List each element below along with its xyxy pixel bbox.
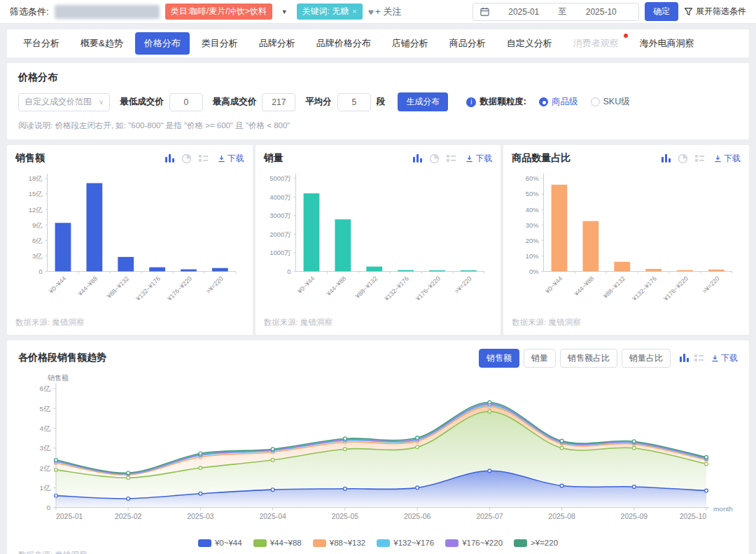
max-price-input[interactable]: [262, 93, 295, 111]
min-price-input[interactable]: [169, 93, 203, 111]
svg-text:¥0~¥44: ¥0~¥44: [295, 275, 316, 296]
metric-toggle-1[interactable]: 销量: [524, 349, 556, 368]
radio-sku-level[interactable]: SKU级: [591, 96, 630, 108]
svg-text:销售额: 销售额: [47, 374, 69, 382]
info-icon[interactable]: i: [466, 97, 476, 107]
legend-item-3[interactable]: ¥132~¥176: [377, 539, 434, 547]
bar-chart-icon[interactable]: [412, 153, 423, 163]
legend-item-5[interactable]: >¥=220: [514, 539, 558, 547]
radio-icon: [591, 97, 600, 106]
bar-chart-icon[interactable]: [679, 353, 690, 363]
price-trend-area-chart: 01亿2亿3亿4亿5亿6亿销售额2025-012025-022025-03202…: [18, 373, 738, 538]
metric-toggle-0[interactable]: 销售额: [479, 349, 519, 368]
split-count-input[interactable]: [337, 93, 371, 111]
bar-1[interactable]: [86, 183, 102, 271]
svg-text:¥176~¥220: ¥176~¥220: [662, 275, 690, 303]
legend-item-0[interactable]: ¥0~¥44: [198, 539, 242, 547]
sales-volume-bar-chart: 01000万2000万3000万4000万5000万¥0~¥44¥44~¥88¥…: [264, 167, 493, 314]
tab-item-5[interactable]: 品牌价格分布: [307, 32, 380, 55]
tab-item-9[interactable]: 消费者观察: [564, 32, 628, 55]
bar-0[interactable]: [55, 223, 71, 271]
download-button[interactable]: 下载: [465, 153, 492, 165]
chart-legend: ¥0~¥44¥44~¥88¥88~¥132¥132~¥176¥176~¥220>…: [18, 539, 738, 547]
bar-2[interactable]: [615, 262, 631, 272]
metric-toggle-2[interactable]: 销售额占比: [560, 349, 617, 368]
price-range-select[interactable]: 自定义成交价范围 ∨: [18, 93, 110, 111]
radio-product-label: 商品级: [552, 96, 578, 108]
svg-text:6亿: 6亿: [32, 237, 43, 244]
bar-5[interactable]: [212, 268, 228, 272]
tab-item-2[interactable]: 价格分布: [135, 32, 190, 55]
legend-item-4[interactable]: ¥176~¥220: [445, 539, 503, 547]
calendar-icon: [480, 7, 489, 16]
chart-title: 商品数量占比: [512, 152, 570, 165]
bar-3[interactable]: [149, 268, 165, 272]
date-start-input[interactable]: 2025-01: [493, 7, 554, 17]
tab-item-3[interactable]: 类目分析: [192, 32, 247, 55]
expand-filters-button[interactable]: 展开筛选条件: [684, 6, 746, 18]
bar-4[interactable]: [429, 270, 445, 271]
download-button[interactable]: 下载: [714, 153, 741, 165]
svg-text:50%: 50%: [526, 190, 539, 198]
legend-swatch: [198, 539, 211, 547]
follow-button[interactable]: ♥+ 关注: [368, 6, 402, 18]
svg-text:2025-02: 2025-02: [115, 512, 142, 520]
download-button[interactable]: 下载: [711, 352, 738, 364]
table-list-icon[interactable]: [694, 153, 705, 163]
bar-1[interactable]: [583, 221, 599, 272]
pie-chart-icon[interactable]: [429, 153, 440, 164]
pie-chart-icon[interactable]: [678, 153, 688, 164]
category-dropdown-caret-icon[interactable]: ▼: [278, 6, 291, 18]
legend-item-1[interactable]: ¥44~¥88: [253, 539, 302, 547]
tab-item-4[interactable]: 品牌分析: [250, 32, 304, 55]
tab-item-10[interactable]: 海外电商洞察: [631, 32, 704, 55]
legend-label: ¥88~¥132: [330, 539, 366, 547]
legend-item-2[interactable]: ¥88~¥132: [313, 539, 366, 547]
svg-text:20%: 20%: [526, 237, 539, 244]
legend-label: ¥132~¥176: [393, 539, 434, 547]
bar-0[interactable]: [552, 185, 568, 272]
bar-3[interactable]: [398, 270, 414, 272]
sales-volume-card: 销量 下载 01000万2000万3000万4000万5000万¥0~¥44¥4…: [255, 145, 501, 335]
tab-item-1[interactable]: 概要&趋势: [71, 32, 132, 55]
date-range-picker[interactable]: 2025-01 至 2025-10: [472, 3, 639, 21]
pie-chart-icon[interactable]: [181, 153, 192, 164]
metric-toggle-3[interactable]: 销量占比: [622, 349, 671, 368]
product-count-share-bar-chart: 0%10%20%30%40%50%60%¥0~¥44¥44~¥88¥88~¥13…: [512, 167, 741, 314]
tab-item-7[interactable]: 商品分析: [440, 32, 495, 55]
bar-2[interactable]: [118, 257, 134, 272]
product-count-share-card: 商品数量占比 下载 0%10%20%30%40%50%60%¥0~¥44¥44~…: [503, 145, 749, 335]
chart-title: 销量: [264, 152, 284, 165]
download-button[interactable]: 下载: [218, 153, 244, 165]
radio-sku-label: SKU级: [603, 96, 630, 108]
bar-chart-icon[interactable]: [661, 153, 671, 163]
bar-0[interactable]: [303, 193, 319, 271]
follow-label: + 关注: [375, 6, 401, 18]
table-list-icon[interactable]: [694, 353, 704, 363]
bar-5[interactable]: [708, 270, 724, 272]
table-list-icon[interactable]: [446, 153, 456, 163]
svg-text:5亿: 5亿: [39, 405, 51, 413]
close-icon[interactable]: ×: [352, 7, 356, 15]
bar-3[interactable]: [646, 269, 662, 272]
generate-distribution-button[interactable]: 生成分布: [398, 92, 448, 111]
bar-1[interactable]: [335, 219, 351, 271]
svg-text:2亿: 2亿: [39, 464, 51, 471]
bar-5[interactable]: [461, 270, 477, 271]
bar-4[interactable]: [677, 270, 693, 272]
bar-4[interactable]: [181, 270, 197, 272]
bar-2[interactable]: [366, 267, 382, 272]
tab-item-8[interactable]: 自定义分析: [498, 32, 561, 55]
keyword-tag-label: 关键词: 无糖: [302, 6, 349, 16]
table-list-icon[interactable]: [198, 153, 209, 163]
radio-product-level[interactable]: 商品级: [539, 96, 578, 108]
date-end-input[interactable]: 2025-10: [571, 7, 632, 17]
category-tag[interactable]: 类目:咖啡/麦片/冲饮>饮料: [165, 4, 272, 20]
max-price-label: 最高成交价: [213, 96, 257, 108]
keyword-tag[interactable]: 关键词: 无糖×: [297, 4, 363, 20]
bar-chart-icon[interactable]: [164, 153, 175, 163]
svg-text:0: 0: [38, 268, 42, 275]
tab-item-0[interactable]: 平台分析: [14, 32, 69, 55]
tab-item-6[interactable]: 店铺分析: [383, 32, 438, 55]
confirm-button[interactable]: 确定: [645, 2, 678, 21]
